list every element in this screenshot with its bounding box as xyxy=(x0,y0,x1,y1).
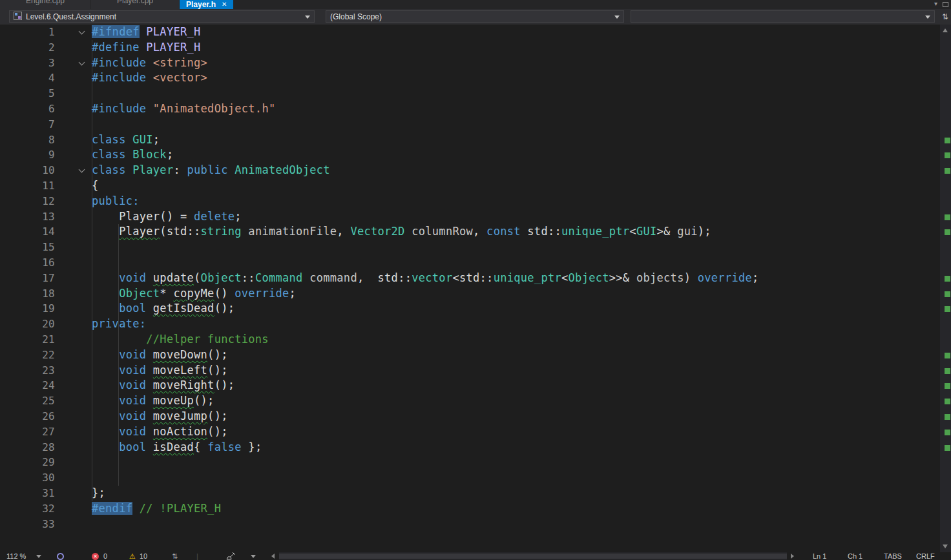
warning-icon[interactable]: ⚠ xyxy=(129,552,136,560)
line-number[interactable]: 11 xyxy=(0,178,55,194)
cleanup-dropdown-icon[interactable] xyxy=(251,555,256,558)
line-number[interactable]: 27 xyxy=(0,424,55,440)
navbar-project-dropdown[interactable]: Level.6.Quest.Assignment xyxy=(9,10,315,23)
code-line[interactable]: 20private: xyxy=(0,316,940,332)
line-number[interactable]: 4 xyxy=(0,70,55,86)
line-number[interactable]: 19 xyxy=(0,301,55,316)
code-line[interactable]: 27 void noAction(); xyxy=(0,424,940,440)
hscroll-right-arrow-icon[interactable] xyxy=(791,554,794,559)
tab-player-h[interactable]: Player.h ✕ xyxy=(180,0,233,9)
line-indicator[interactable]: Ln 1 xyxy=(813,552,826,560)
indent-indicator[interactable]: TABS xyxy=(884,552,902,560)
tab-engine-cpp[interactable]: Engine.cpp xyxy=(0,0,90,9)
line-number[interactable]: 13 xyxy=(0,209,55,225)
error-count[interactable]: 0 xyxy=(103,552,107,560)
line-number[interactable]: 28 xyxy=(0,440,55,455)
navbar-member-dropdown[interactable] xyxy=(631,10,935,23)
line-number[interactable]: 22 xyxy=(0,347,55,363)
column-indicator[interactable]: Ch 1 xyxy=(848,552,862,560)
code-line[interactable]: 18 Object* copyMe() override; xyxy=(0,286,940,302)
tab-list-dropdown-icon[interactable]: ▾ xyxy=(934,0,937,8)
line-number[interactable]: 14 xyxy=(0,224,55,240)
code-cleanup-broom-icon[interactable] xyxy=(226,552,236,560)
line-number[interactable]: 32 xyxy=(0,501,55,517)
code-line[interactable]: 10class Player: public AnimatedObject xyxy=(0,163,940,178)
line-number[interactable]: 10 xyxy=(0,163,55,178)
line-number[interactable]: 25 xyxy=(0,393,55,409)
line-number[interactable]: 17 xyxy=(0,271,55,286)
code-line[interactable]: 16 xyxy=(0,255,940,271)
fold-chevron-icon[interactable] xyxy=(55,56,92,71)
eol-indicator[interactable]: CRLF xyxy=(916,552,935,560)
code-line[interactable]: 7 xyxy=(0,117,940,132)
code-line[interactable]: 5 xyxy=(0,86,940,101)
line-number[interactable]: 31 xyxy=(0,486,55,501)
code-line[interactable]: 11{ xyxy=(0,178,940,194)
line-number[interactable]: 2 xyxy=(0,40,55,56)
line-number[interactable]: 30 xyxy=(0,470,55,486)
navbar-swap-icon[interactable]: ⇅ xyxy=(942,12,948,22)
code-line[interactable]: 14 Player(std::string animationFile, Vec… xyxy=(0,224,940,240)
zoom-level[interactable]: 112 % xyxy=(6,552,26,560)
code-line[interactable]: 33 xyxy=(0,517,940,532)
code-line[interactable]: 12public: xyxy=(0,194,940,209)
code-line[interactable]: 26 void moveJump(); xyxy=(0,409,940,424)
scroll-down-arrow-icon[interactable] xyxy=(943,544,948,548)
line-number[interactable]: 29 xyxy=(0,455,55,470)
line-number[interactable]: 9 xyxy=(0,147,55,163)
error-icon[interactable]: ✕ xyxy=(92,553,99,560)
line-number[interactable]: 7 xyxy=(0,117,55,132)
code-line[interactable]: 3#include <string> xyxy=(0,56,940,71)
line-number[interactable]: 20 xyxy=(0,316,55,332)
code-line[interactable]: 17 void update(Object::Command command, … xyxy=(0,271,940,286)
line-number[interactable]: 8 xyxy=(0,132,55,148)
code-line[interactable]: 1#ifndef PLAYER_H xyxy=(0,25,940,40)
line-number[interactable]: 16 xyxy=(0,255,55,271)
line-number[interactable]: 12 xyxy=(0,194,55,209)
warning-count[interactable]: 10 xyxy=(140,552,147,560)
zoom-dropdown-icon[interactable] xyxy=(36,555,41,558)
scroll-up-arrow-icon[interactable] xyxy=(943,28,948,32)
hscroll-thumb[interactable] xyxy=(279,554,787,559)
line-number[interactable]: 18 xyxy=(0,286,55,302)
code-line[interactable]: 25 void moveUp(); xyxy=(0,393,940,409)
code-line[interactable]: 21 //Helper functions xyxy=(0,332,940,347)
line-number[interactable]: 6 xyxy=(0,101,55,117)
code-line[interactable]: 29 xyxy=(0,455,940,470)
code-line[interactable]: 23 void moveLeft(); xyxy=(0,363,940,379)
float-window-icon[interactable] xyxy=(943,2,948,7)
code-line[interactable]: 31}; xyxy=(0,486,940,501)
navbar-scope-dropdown[interactable]: (Global Scope) xyxy=(326,10,624,23)
code-line[interactable]: 32#endif // !PLAYER_H xyxy=(0,501,940,517)
sync-icon[interactable]: ⇅ xyxy=(172,552,178,560)
tab-player-cpp[interactable]: Player.cpp xyxy=(91,0,179,9)
code-line[interactable]: 9class Block; xyxy=(0,147,940,163)
fold-chevron-icon[interactable] xyxy=(55,25,92,40)
health-indicator-icon[interactable] xyxy=(57,553,64,560)
code-line[interactable]: 8class GUI; xyxy=(0,132,940,148)
line-number[interactable]: 5 xyxy=(0,86,55,101)
line-number[interactable]: 21 xyxy=(0,332,55,347)
horizontal-scrollbar[interactable] xyxy=(279,552,787,560)
code-editor[interactable]: 1#ifndef PLAYER_H2#define PLAYER_H3#incl… xyxy=(0,25,940,552)
fold-chevron-icon[interactable] xyxy=(55,163,92,178)
code-line[interactable]: 13 Player() = delete; xyxy=(0,209,940,225)
close-icon[interactable]: ✕ xyxy=(222,0,227,8)
line-number[interactable]: 26 xyxy=(0,409,55,424)
code-line[interactable]: 2#define PLAYER_H xyxy=(0,40,940,56)
code-line[interactable]: 6#include "AnimatedObject.h" xyxy=(0,101,940,117)
code-line[interactable]: 19 bool getIsDead(); xyxy=(0,301,940,316)
line-number[interactable]: 24 xyxy=(0,378,55,393)
hscroll-left-arrow-icon[interactable] xyxy=(271,554,275,559)
code-line[interactable]: 30 xyxy=(0,470,940,486)
code-line[interactable]: 22 void moveDown(); xyxy=(0,347,940,363)
line-number[interactable]: 15 xyxy=(0,240,55,255)
line-number[interactable]: 33 xyxy=(0,517,55,532)
code-line[interactable]: 28 bool isDead{ false }; xyxy=(0,440,940,455)
line-number[interactable]: 23 xyxy=(0,363,55,379)
code-line[interactable]: 24 void moveRight(); xyxy=(0,378,940,393)
vertical-scrollbar[interactable] xyxy=(940,25,951,552)
line-number[interactable]: 1 xyxy=(0,25,55,40)
line-number[interactable]: 3 xyxy=(0,56,55,71)
code-line[interactable]: 4#include <vector> xyxy=(0,70,940,86)
